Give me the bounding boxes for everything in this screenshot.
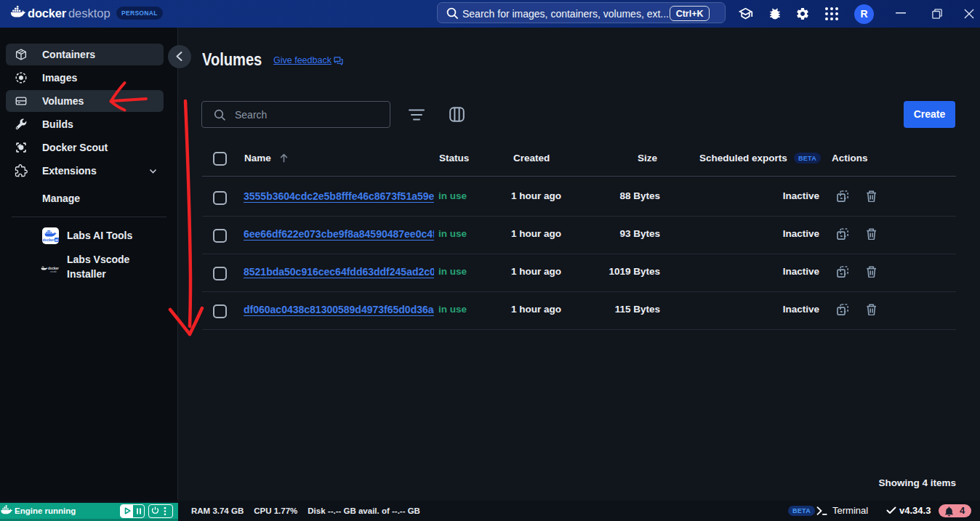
svg-text:vscode: vscode bbox=[50, 270, 57, 273]
svg-text:docker: docker bbox=[48, 267, 59, 270]
